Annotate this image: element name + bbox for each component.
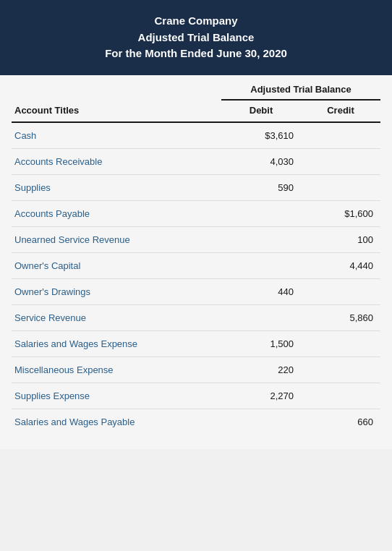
col-credit-header: Credit (301, 105, 380, 116)
table-row: Owner's Drawings440 (12, 279, 380, 305)
main-container: Crane Company Adjusted Trial Balance For… (0, 0, 392, 449)
table-row: Owner's Capital4,440 (12, 253, 380, 279)
sub-header-row: Adjusted Trial Balance (12, 75, 380, 101)
cell-account: Miscellaneous Expense (12, 364, 221, 375)
table-row: Supplies590 (12, 175, 380, 201)
cell-account: Cash (12, 130, 221, 141)
table-row: Unearned Service Revenue100 (12, 227, 380, 253)
cell-account: Supplies Expense (12, 390, 221, 401)
cell-debit: 590 (221, 182, 301, 193)
table-section: Adjusted Trial Balance Account Titles De… (0, 75, 392, 449)
section-label: Adjusted Trial Balance (221, 84, 380, 101)
cell-account: Accounts Receivable (12, 156, 221, 167)
cell-debit: 440 (221, 286, 301, 297)
table-row: Service Revenue5,860 (12, 305, 380, 331)
cell-debit: 2,270 (221, 390, 301, 401)
table-body: Cash$3,610Accounts Receivable4,030Suppli… (12, 123, 380, 435)
cell-credit: 5,860 (301, 312, 380, 323)
column-headers: Account Titles Debit Credit (12, 101, 380, 123)
cell-account: Accounts Payable (12, 208, 221, 219)
cell-credit: 4,440 (301, 260, 380, 271)
company-name: Crane Company (154, 14, 237, 27)
cell-account: Service Revenue (12, 312, 221, 323)
table-row: Cash$3,610 (12, 123, 380, 149)
header-title: Crane Company Adjusted Trial Balance For… (14, 13, 378, 62)
table-row: Supplies Expense2,270 (12, 383, 380, 409)
cell-credit: 100 (301, 234, 380, 245)
cell-account: Unearned Service Revenue (12, 234, 221, 245)
col-account-header: Account Titles (12, 105, 221, 116)
cell-account: Salaries and Wages Expense (12, 338, 221, 349)
table-row: Salaries and Wages Expense1,500 (12, 331, 380, 357)
cell-debit: 1,500 (221, 338, 301, 349)
cell-debit: 4,030 (221, 156, 301, 167)
col-debit-header: Debit (221, 105, 301, 116)
table-row: Miscellaneous Expense220 (12, 357, 380, 383)
cell-account: Salaries and Wages Payable (12, 417, 221, 427)
cell-account: Owner's Drawings (12, 286, 221, 297)
report-period: For the Month Ended June 30, 2020 (105, 47, 287, 59)
cell-account: Supplies (12, 182, 221, 193)
cell-account: Owner's Capital (12, 260, 221, 271)
table-row: Salaries and Wages Payable660 (12, 409, 380, 435)
cell-debit: $3,610 (221, 130, 301, 141)
cell-credit: 660 (301, 417, 380, 427)
cell-debit: 220 (221, 364, 301, 375)
cell-credit: $1,600 (301, 208, 380, 219)
report-header: Crane Company Adjusted Trial Balance For… (0, 0, 392, 75)
table-row: Accounts Receivable4,030 (12, 149, 380, 175)
table-row: Accounts Payable$1,600 (12, 201, 380, 227)
report-title: Adjusted Trial Balance (138, 31, 255, 43)
